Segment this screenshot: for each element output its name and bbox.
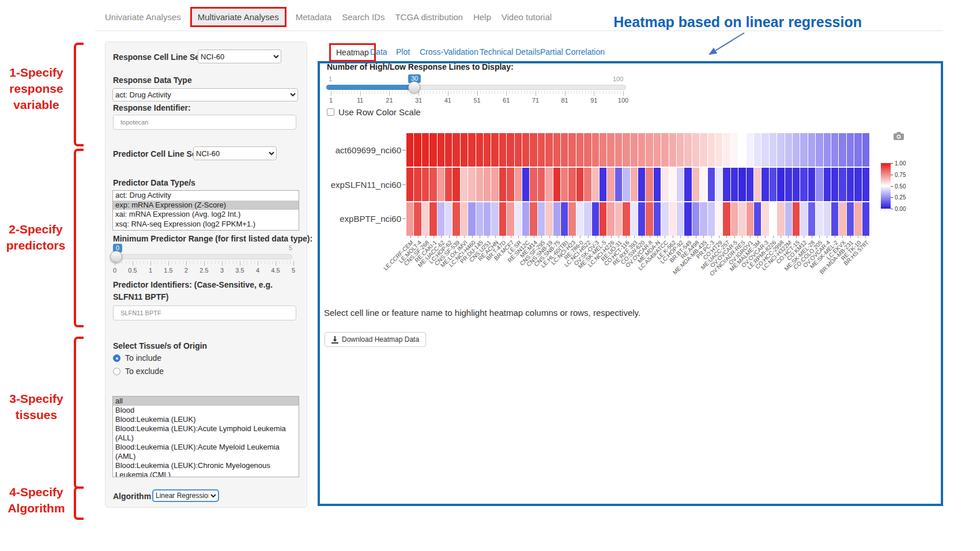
heatmap-cell[interactable] — [661, 202, 668, 236]
heatmap-cell[interactable] — [738, 202, 745, 236]
heatmap-cell[interactable] — [491, 168, 498, 201]
heatmap-cell[interactable] — [623, 168, 630, 201]
heatmap-cell[interactable] — [808, 202, 815, 236]
heatmap-cell[interactable] — [484, 202, 491, 236]
heatmap-cell[interactable] — [715, 168, 722, 201]
heatmap-cell[interactable] — [816, 202, 823, 236]
heatmap-cell[interactable] — [677, 202, 684, 236]
heatmap-cell[interactable] — [584, 202, 591, 236]
heatmap-cell[interactable] — [816, 168, 823, 201]
heatmap-cell[interactable] — [723, 133, 730, 167]
heatmap-cell[interactable] — [406, 202, 413, 236]
heatmap-cell[interactable] — [669, 168, 676, 201]
heatmap-cell[interactable] — [708, 168, 715, 201]
nav-item-tcga-distribution[interactable]: TCGA distribution — [394, 7, 464, 27]
heatmap-cell[interactable] — [793, 168, 800, 201]
heatmap-cell[interactable] — [638, 168, 645, 201]
heatmap-cell[interactable] — [785, 133, 792, 167]
heatmap-cell[interactable] — [406, 168, 413, 201]
heatmap-cell[interactable] — [654, 133, 661, 167]
heatmap-cell[interactable] — [661, 133, 668, 167]
heatmap-cell[interactable] — [708, 133, 715, 167]
heatmap-cell[interactable] — [438, 168, 444, 201]
heatmap-cell[interactable] — [522, 133, 529, 167]
heatmap-cell[interactable] — [646, 133, 653, 167]
heatmap-cell[interactable] — [762, 168, 768, 201]
heatmap-cell[interactable] — [438, 133, 444, 167]
radio-to-exclude[interactable]: To exclude — [113, 367, 164, 376]
tissue-option[interactable]: Blood:Leukemia (LEUK):Acute Lymphoid Leu… — [113, 424, 299, 443]
heatmap-cell[interactable] — [831, 202, 838, 236]
heatmap-cell[interactable] — [522, 202, 529, 236]
heatmap-cell[interactable] — [862, 133, 869, 167]
heatmap-cell[interactable] — [507, 168, 514, 201]
nav-item-multivariate-analyses[interactable]: Multivariate Analyses — [190, 7, 287, 27]
heatmap-cell[interactable] — [862, 202, 869, 236]
heatmap-cell[interactable] — [576, 202, 583, 236]
heatmap-cell[interactable] — [429, 202, 436, 236]
heatmap-cell[interactable] — [584, 133, 591, 167]
heatmap-cell[interactable] — [646, 202, 653, 236]
heatmap-cell[interactable] — [414, 202, 421, 236]
heatmap-cell[interactable] — [638, 202, 645, 236]
heatmap-cell[interactable] — [754, 168, 761, 201]
heatmap-cell[interactable] — [800, 202, 807, 236]
heatmap-cell[interactable] — [808, 133, 815, 167]
heatmap-cell[interactable] — [770, 168, 777, 201]
heatmap-cell[interactable] — [777, 168, 784, 201]
response-cell-line-set-select[interactable]: NCI-60 — [198, 50, 281, 63]
heatmap-cell[interactable] — [538, 168, 545, 201]
heatmap-cell[interactable] — [568, 168, 575, 201]
heatmap-cell[interactable] — [576, 168, 583, 201]
tab-technical-details[interactable]: Technical Details — [480, 47, 540, 56]
heatmap-cell[interactable] — [468, 168, 475, 201]
heatmap-cell[interactable] — [684, 133, 691, 167]
heatmap-cell[interactable] — [623, 202, 630, 236]
heatmap-cell[interactable] — [484, 168, 491, 201]
heatmap-cell[interactable] — [445, 133, 452, 167]
heatmap-cell[interactable] — [754, 133, 761, 167]
nav-item-help[interactable]: Help — [472, 7, 492, 27]
heatmap-cell[interactable] — [862, 168, 869, 201]
tissue-option[interactable]: all — [113, 397, 299, 406]
heatmap-cell[interactable] — [854, 133, 861, 167]
heatmap-cell[interactable] — [631, 202, 638, 236]
tab-heatmap[interactable]: Heatmap — [329, 43, 376, 62]
tissue-option[interactable]: Blood:Leukemia (LEUK) — [113, 415, 299, 424]
heatmap-cell[interactable] — [538, 202, 545, 236]
heatmap-cell[interactable] — [816, 133, 823, 167]
heatmap-cell[interactable] — [461, 168, 468, 201]
heatmap-cell[interactable] — [824, 168, 831, 201]
heatmap-cell[interactable] — [777, 133, 784, 167]
heatmap-cell[interactable] — [793, 202, 800, 236]
heatmap-cell[interactable] — [607, 168, 614, 201]
camera-icon[interactable] — [893, 131, 904, 141]
tissue-option[interactable]: Blood:Leukemia (LEUK):Chronic Myelogenou… — [113, 461, 299, 477]
heatmap-cell[interactable] — [515, 168, 522, 201]
heatmap-cell[interactable] — [854, 202, 861, 236]
predictor-data-type-option[interactable]: act: Drug Activity — [113, 191, 299, 201]
row-color-scale-checkbox-row[interactable]: Use Row Color Scale — [327, 107, 421, 117]
heatmap-cell[interactable] — [476, 168, 483, 201]
heatmap-cell[interactable] — [592, 133, 599, 167]
radio-include-control[interactable] — [113, 354, 120, 362]
heatmap-cell[interactable] — [507, 202, 514, 236]
heatmap-cell[interactable] — [406, 133, 413, 167]
nav-item-search-ids[interactable]: Search IDs — [341, 7, 386, 27]
heatmap-cell[interactable] — [438, 202, 444, 236]
heatmap-cell[interactable] — [414, 133, 421, 167]
heatmap-cell[interactable] — [607, 202, 614, 236]
heatmap-cell[interactable] — [461, 133, 468, 167]
heatmap-cell[interactable] — [607, 133, 614, 167]
heatmap-cell[interactable] — [461, 202, 468, 236]
heatmap-cell[interactable] — [530, 168, 537, 201]
heatmap-cell[interactable] — [692, 168, 699, 201]
heatmap-cell[interactable] — [499, 202, 506, 236]
heatmap-cell[interactable] — [468, 133, 475, 167]
heatmap-cell[interactable] — [731, 202, 738, 236]
heatmap-cell[interactable] — [839, 133, 846, 167]
heatmap-cell[interactable] — [831, 133, 838, 167]
heatmap-cell[interactable] — [538, 133, 545, 167]
heatmap-cell[interactable] — [615, 133, 622, 167]
heatmap-cell[interactable] — [468, 202, 475, 236]
